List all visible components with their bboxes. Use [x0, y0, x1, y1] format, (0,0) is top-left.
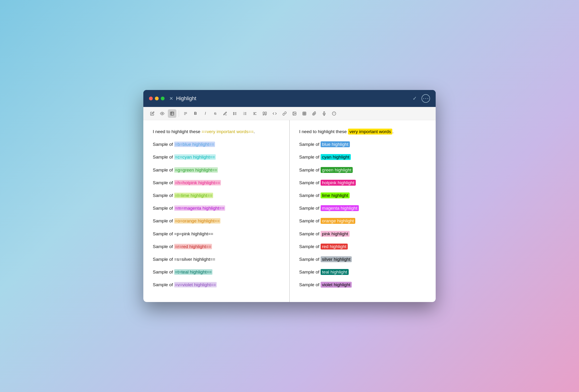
traffic-light-fullscreen[interactable]	[161, 97, 164, 100]
titlebar: ✕ Highlight ✓ ⋯	[143, 90, 436, 107]
audio-button[interactable]	[320, 109, 328, 118]
svg-rect-1	[170, 112, 174, 115]
svg-point-18	[293, 112, 294, 113]
preview-line-orange: Sample of orange highlight	[299, 217, 426, 225]
traffic-light-minimize[interactable]	[155, 97, 159, 100]
content-area: I need to highlight these ==very importa…	[143, 120, 436, 302]
heading-button[interactable]	[181, 109, 190, 118]
editor-syntax-hotpink: =h=hotpink highlight==	[174, 180, 221, 185]
preview-highlight-hotpink: hotpink highlight	[321, 180, 356, 186]
preview-line-lime: Sample of lime highlight	[299, 192, 426, 200]
editor-line-intro: I need to highlight these ==very importa…	[153, 128, 280, 136]
editor-line-magenta: Sample of =m=magenta highlight==	[153, 204, 280, 212]
preview-highlight-cyan: cyan highlight	[321, 154, 351, 160]
svg-rect-19	[303, 112, 306, 115]
editor-line-orange: Sample of =o=orange highlight==	[153, 217, 280, 225]
toolbar: B I S 1.2.3.	[143, 107, 436, 120]
editor-syntax-violet: =v=violet highlight==	[174, 282, 217, 287]
app-window: ✕ Highlight ✓ ⋯ B I S	[143, 90, 436, 302]
editor-line-lime: Sample of =l=lime highlight==	[153, 192, 280, 200]
preview-line-teal: Sample of teal highlight	[299, 268, 426, 276]
preview-line-red: Sample of red highlight	[299, 243, 426, 251]
info-button[interactable]	[330, 109, 338, 118]
titlebar-actions: ✓ ⋯	[413, 94, 430, 103]
confirm-icon[interactable]: ✓	[413, 95, 417, 102]
italic-button[interactable]: I	[201, 109, 210, 118]
editor-syntax-lime: =l=lime highlight==	[174, 193, 213, 198]
preview-line-pink: Sample of pink highlight	[299, 230, 426, 238]
editor-syntax-teal: =t=teal highlight==	[174, 269, 213, 275]
unordered-list-button[interactable]	[231, 109, 239, 118]
preview-highlight-green: green highlight	[321, 167, 353, 173]
toolbar-sep-1	[179, 110, 179, 117]
traffic-light-close[interactable]	[149, 97, 153, 100]
editor-line-teal: Sample of =t=teal highlight==	[153, 268, 280, 276]
split-mode-button[interactable]	[168, 109, 176, 118]
editor-line-silver: Sample of =s=silver highlight==	[153, 255, 280, 263]
strikethrough-button[interactable]: S	[211, 109, 219, 118]
code-button[interactable]	[270, 109, 279, 118]
more-icon[interactable]: ⋯	[422, 94, 430, 103]
highlight-button[interactable]	[221, 109, 229, 118]
ordered-list-button[interactable]: 1.2.3.	[241, 109, 249, 118]
preview-pane: I need to highlight these very important…	[290, 120, 436, 302]
editor-syntax-red: =r=red highlight==	[174, 244, 212, 249]
preview-highlight-violet: violet highlight	[321, 282, 352, 288]
preview-line-silver: Sample of silver highlight	[299, 255, 426, 263]
preview-highlight-teal: teal highlight	[321, 269, 349, 275]
quote-button[interactable]	[261, 109, 269, 118]
preview-line-hotpink: Sample of hotpink highlight	[299, 179, 426, 187]
traffic-lights	[149, 97, 164, 100]
editor-syntax-magenta: =m=magenta highlight==	[174, 205, 225, 211]
editor-line-hotpink: Sample of =h=hotpink highlight==	[153, 179, 280, 187]
editor-syntax-blue: =b=blue highlight==	[174, 142, 215, 147]
editor-line-green: Sample of =g=green highlight==	[153, 166, 280, 174]
preview-highlight-magenta: magenta highlight	[321, 205, 359, 211]
preview-highlight-orange: orange highlight	[321, 218, 355, 224]
bold-button[interactable]: B	[191, 109, 200, 118]
editor-pane[interactable]: I need to highlight these ==very importa…	[143, 120, 290, 302]
svg-point-7	[233, 114, 234, 115]
editor-line-cyan: Sample of =c=cyan highlight==	[153, 153, 280, 161]
preview-line-magenta: Sample of magenta highlight	[299, 204, 426, 212]
editor-syntax-yellow: ==very important words==	[202, 129, 254, 134]
image-button[interactable]	[290, 109, 299, 118]
editor-syntax-cyan: =c=cyan highlight==	[174, 154, 216, 160]
preview-line-violet: Sample of violet highlight	[299, 281, 426, 289]
svg-text:3.: 3.	[243, 114, 244, 115]
window-title: Highlight	[176, 95, 196, 102]
svg-point-6	[233, 113, 234, 113]
preview-line-intro: I need to highlight these very important…	[299, 128, 426, 136]
preview-highlight-pink: pink highlight	[321, 231, 350, 237]
preview-highlight-silver: silver highlight	[321, 256, 352, 262]
preview-line-green: Sample of green highlight	[299, 166, 426, 174]
preview-highlight-lime: lime highlight	[321, 192, 350, 198]
editor-line-violet: Sample of =v=violet highlight==	[153, 281, 280, 289]
editor-line-blue: Sample of =b=blue highlight==	[153, 140, 280, 148]
preview-line-cyan: Sample of cyan highlight	[299, 153, 426, 161]
table-button[interactable]	[300, 109, 309, 118]
svg-point-5	[233, 112, 234, 112]
editor-syntax-orange: =o=orange highlight==	[174, 218, 220, 224]
link-button[interactable]	[280, 109, 289, 118]
preview-line-blue: Sample of blue highlight	[299, 140, 426, 148]
attach-button[interactable]	[310, 109, 318, 118]
preview-mode-button[interactable]	[158, 109, 166, 118]
editor-syntax-green: =g=green highlight==	[174, 167, 218, 173]
preview-highlight-red: red highlight	[321, 244, 348, 249]
edit-mode-button[interactable]	[148, 109, 156, 118]
svg-point-0	[162, 113, 163, 114]
preview-highlight-blue: blue highlight	[321, 141, 350, 147]
close-icon[interactable]: ✕	[169, 96, 173, 101]
editor-line-pink: Sample of =p=pink highlight==	[153, 230, 280, 238]
editor-line-red: Sample of =r=red highlight==	[153, 243, 280, 251]
indent-button[interactable]	[251, 109, 259, 118]
preview-highlight-yellow: very important words	[348, 129, 392, 134]
